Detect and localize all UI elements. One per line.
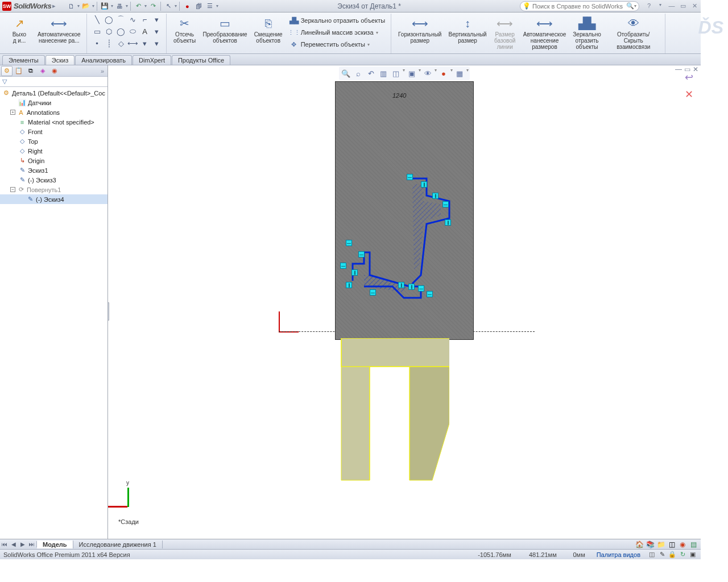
constraint-icon[interactable]: ∥ bbox=[346, 282, 352, 288]
exit-sketch-button[interactable]: ↗ Выхо д и... bbox=[6, 14, 33, 45]
tab-analyze[interactable]: Анализировать bbox=[75, 55, 132, 65]
constraint-icon[interactable]: ∥ bbox=[421, 181, 427, 188]
tree-revolve[interactable]: −⟳Повернуть1 bbox=[0, 185, 107, 194]
zoom-area-icon[interactable]: ⌕ bbox=[353, 68, 364, 79]
more2-icon[interactable]: ▾ bbox=[151, 26, 163, 37]
property-tab-icon[interactable]: 📋 bbox=[13, 66, 24, 76]
undo-icon[interactable]: ↶ bbox=[133, 1, 143, 11]
tree-right[interactable]: ◇Right bbox=[0, 146, 107, 156]
text-tool-icon[interactable]: A bbox=[139, 26, 151, 37]
tree-sketch3[interactable]: ✎(-) Эскиз3 bbox=[0, 175, 107, 185]
tree-annotations[interactable]: +AAnnotations bbox=[0, 107, 107, 117]
rebuild-icon[interactable]: ● bbox=[182, 1, 192, 11]
settings-icon[interactable]: ☰ bbox=[205, 1, 215, 11]
print-icon[interactable]: 🖶 bbox=[114, 1, 125, 11]
panel-splitter-handle[interactable] bbox=[108, 302, 109, 321]
feature-tree-tab-icon[interactable]: ⚙ bbox=[1, 66, 13, 76]
select-icon[interactable]: ↖ bbox=[163, 1, 173, 11]
constraint-icon[interactable]: — bbox=[358, 251, 365, 257]
help-icon[interactable]: ? bbox=[645, 2, 653, 10]
constraint-icon[interactable]: ∥ bbox=[398, 282, 404, 288]
dim-tool-icon[interactable]: ⟷ bbox=[127, 38, 139, 49]
tree-origin[interactable]: ↳Origin bbox=[0, 156, 107, 165]
display-style-icon[interactable]: ▣ bbox=[406, 68, 417, 79]
view-palette-tab-icon[interactable]: ◫ bbox=[667, 540, 677, 549]
revolved-model[interactable] bbox=[336, 338, 449, 486]
panel-collapse-icon[interactable]: » bbox=[98, 68, 106, 74]
tree-sketch4[interactable]: ✎(-) Эскиз4 bbox=[0, 194, 107, 204]
trim-button[interactable]: ✂ Отсечь объекты bbox=[171, 14, 198, 45]
config-tab-icon[interactable]: ⧉ bbox=[25, 66, 36, 76]
prev-tab-icon[interactable]: ◀ bbox=[9, 541, 18, 547]
appearances-tab-icon[interactable]: ◉ bbox=[677, 540, 688, 549]
tab-sketch[interactable]: Эскиз bbox=[46, 55, 75, 65]
filter-icon[interactable]: ▽ bbox=[2, 78, 7, 85]
graphics-viewport[interactable]: — ▭ ✕ ↩ ✕ 🔍 ⌕ ↶ ▥ ◫▾ ▣▾ 👁▾ ●▾ ▦▾ 1240 bbox=[108, 65, 701, 539]
fillet-tool-icon[interactable]: ⌐ bbox=[139, 14, 151, 25]
tab-dimxpert[interactable]: DimXpert bbox=[133, 55, 171, 65]
close-icon[interactable]: ✕ bbox=[690, 2, 698, 10]
scene-icon[interactable]: ▦ bbox=[454, 68, 465, 79]
rect-tool-icon[interactable]: ▭ bbox=[92, 26, 103, 37]
status-rebuild-icon[interactable]: ↻ bbox=[678, 551, 687, 558]
tree-top[interactable]: ◇Top bbox=[0, 136, 107, 146]
offset-button[interactable]: ⎘ Смещение объектов bbox=[252, 14, 285, 45]
status-units-icon[interactable]: ◫ bbox=[647, 551, 656, 558]
convert-button[interactable]: ▭ Преобразование объектов bbox=[201, 14, 250, 45]
pattern-button[interactable]: ⋮⋮Линейный массив эскиза▾ bbox=[287, 27, 387, 38]
tree-sketch1[interactable]: ✎Эскиз1 bbox=[0, 165, 107, 175]
more4-icon[interactable]: ▾ bbox=[151, 38, 163, 49]
polygon-tool-icon[interactable]: ⬡ bbox=[104, 26, 115, 37]
tab-elements[interactable]: Элементы bbox=[2, 55, 45, 65]
custom-props-tab-icon[interactable]: ▤ bbox=[688, 540, 698, 549]
options-icon[interactable]: 🗐 bbox=[193, 1, 204, 11]
view-orient-icon[interactable]: ◫ bbox=[390, 68, 402, 79]
tree-sensors[interactable]: 📊Датчики bbox=[0, 98, 107, 107]
move-button[interactable]: ✥Переместить объекты▾ bbox=[287, 39, 387, 50]
tree-material[interactable]: ≡Material <not specified> bbox=[0, 117, 107, 127]
line-tool-icon[interactable]: ╲ bbox=[92, 14, 103, 25]
constraint-icon[interactable]: — bbox=[418, 285, 424, 292]
circle-tool-icon[interactable]: ◯ bbox=[104, 14, 115, 25]
auto-dim2-button[interactable]: ⟷ Автоматическое нанесение размеров bbox=[521, 14, 569, 52]
constraint-icon[interactable]: ∥ bbox=[445, 219, 451, 226]
appearance-icon[interactable]: ● bbox=[438, 68, 449, 79]
file-explorer-tab-icon[interactable]: 📁 bbox=[656, 540, 666, 549]
more1-icon[interactable]: ▾ bbox=[151, 14, 163, 25]
collapse-icon[interactable]: − bbox=[10, 187, 15, 192]
status-palette-link[interactable]: Палитра видов bbox=[597, 551, 640, 558]
search-icon[interactable]: 🔍 bbox=[626, 2, 634, 10]
constraint-icon[interactable]: ∥ bbox=[432, 193, 439, 199]
maximize-icon[interactable]: ▭ bbox=[679, 2, 687, 10]
sketch-profile[interactable] bbox=[336, 82, 474, 340]
last-tab-icon[interactable]: ⏭ bbox=[27, 541, 36, 547]
menu-dropdown-icon[interactable]: ▸ bbox=[52, 2, 56, 10]
ellipse-tool-icon[interactable]: ◯ bbox=[115, 26, 127, 37]
save-icon[interactable]: 💾 bbox=[100, 1, 110, 11]
tree-root[interactable]: ⚙Деталь1 (Default<<Default>_Сос bbox=[0, 88, 107, 98]
arc-tool-icon[interactable]: ⌒ bbox=[115, 14, 127, 25]
help-search[interactable]: 💡 🔍 ▾ bbox=[520, 1, 639, 11]
spline-tool-icon[interactable]: ∿ bbox=[127, 14, 139, 25]
status-lock-icon[interactable]: 🔒 bbox=[668, 551, 677, 558]
constraint-icon[interactable]: — bbox=[442, 201, 449, 207]
dimxpert-tab-icon[interactable]: ◈ bbox=[37, 66, 48, 76]
feature-tree[interactable]: ⚙Деталь1 (Default<<Default>_Сос 📊Датчики… bbox=[0, 87, 107, 539]
vdim-button[interactable]: ↕ Вертикальный размер bbox=[446, 14, 489, 45]
redo-icon[interactable]: ↷ bbox=[148, 1, 158, 11]
constraint-icon[interactable]: — bbox=[340, 263, 346, 269]
constraint-icon[interactable]: — bbox=[427, 291, 433, 297]
minimize-icon[interactable]: — bbox=[668, 2, 676, 10]
tree-front[interactable]: ◇Front bbox=[0, 127, 107, 136]
design-lib-tab-icon[interactable]: 📚 bbox=[645, 540, 655, 549]
show-relations-button[interactable]: 👁 Отобразить/Скрыть взаимосвязи bbox=[606, 14, 661, 52]
next-tab-icon[interactable]: ▶ bbox=[18, 541, 27, 547]
tab-office[interactable]: Продукты Office bbox=[172, 55, 230, 65]
tab-model[interactable]: Модель bbox=[37, 541, 73, 548]
resources-tab-icon[interactable]: 🏠 bbox=[634, 540, 644, 549]
tab-motion-study[interactable]: Исследование движения 1 bbox=[73, 541, 163, 548]
constraint-icon[interactable]: — bbox=[370, 289, 376, 296]
constraint-icon[interactable]: — bbox=[407, 174, 413, 180]
point-tool-icon[interactable]: • bbox=[92, 38, 103, 49]
constraint-icon[interactable]: ∥ bbox=[351, 269, 358, 276]
